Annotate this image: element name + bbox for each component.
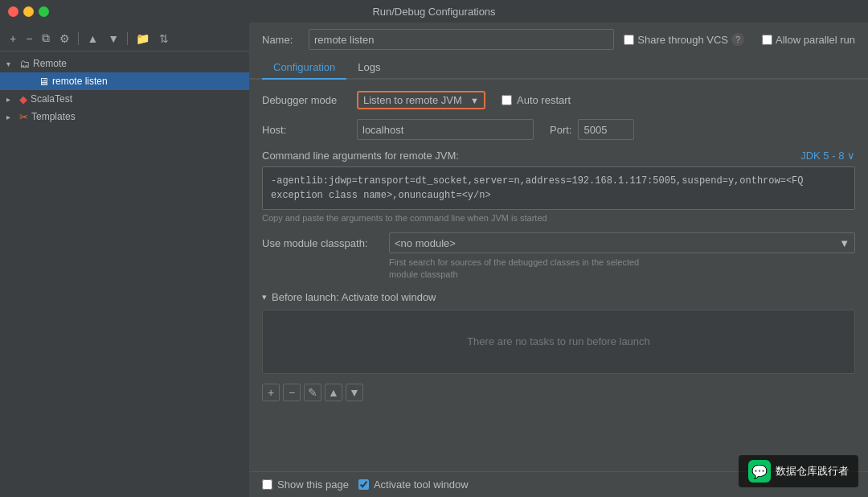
auto-restart-text: Auto restart (517, 94, 571, 106)
share-vcs-checkbox[interactable] (624, 35, 634, 45)
cmd-title: Command line arguments for remote JVM: (262, 150, 459, 162)
no-tasks-text: There are no tasks to run before launch (467, 335, 650, 347)
auto-restart-label[interactable]: Auto restart (502, 94, 571, 106)
sidebar: + − ⧉ ⚙ ▲ ▼ 📁 ⇅ ▾ 🗂 Remote ▸ 🖥 remote li… (0, 23, 249, 497)
tree-item-remote[interactable]: ▾ 🗂 Remote (0, 55, 249, 72)
remote-listen-icon: 🖥 (39, 76, 49, 88)
titlebar: Run/Debug Configurations (0, 0, 868, 23)
toolbar-divider (78, 32, 79, 45)
tree-label-remote-listen: remote listen (52, 76, 108, 87)
right-panel: Name: Share through VCS ? Allow parallel… (249, 23, 868, 497)
debugger-mode-row: Debugger mode Listen to remote JVM ▼ Aut… (262, 91, 855, 109)
cmd-section: Command line arguments for remote JVM: J… (262, 150, 855, 223)
tree-arrow-templates: ▸ (6, 113, 16, 121)
debugger-mode-value: Listen to remote JVM (363, 94, 462, 106)
launch-up-button[interactable]: ▲ (325, 384, 342, 401)
templates-icon: ✂ (19, 111, 28, 123)
tab-configuration[interactable]: Configuration (262, 56, 346, 80)
down-config-button[interactable]: ▼ (104, 31, 122, 47)
port-input[interactable] (578, 119, 634, 140)
debugger-dropdown-arrow: ▼ (470, 96, 479, 105)
allow-parallel-text: Allow parallel run (776, 34, 855, 46)
port-label: Port: (550, 124, 571, 136)
module-classpath-dropdown[interactable]: <no module> ▼ (389, 232, 855, 253)
watermark-icon: 💬 (748, 460, 771, 483)
cmd-hint: Copy and paste the arguments to the comm… (262, 213, 855, 223)
tree-label-templates: Templates (31, 111, 76, 122)
jdk-link[interactable]: JDK 5 - 8 ∨ (800, 150, 855, 162)
host-input[interactable] (357, 119, 534, 140)
show-page-checkbox[interactable] (262, 479, 272, 490)
tree-label-scalatest: ScalaTest (31, 93, 72, 105)
remote-folder-icon: 🗂 (19, 58, 30, 70)
share-vcs-help-icon: ? (731, 33, 744, 46)
add-config-button[interactable]: + (6, 31, 19, 47)
cmd-box[interactable]: -agentlib:jdwp=transport=dt_socket,serve… (262, 166, 855, 210)
remove-config-button[interactable]: − (23, 31, 35, 47)
tree-item-remote-listen[interactable]: ▸ 🖥 remote listen (0, 72, 249, 90)
auto-restart-checkbox[interactable] (502, 95, 512, 105)
settings-config-button[interactable]: ⚙ (56, 31, 73, 47)
module-classpath-hint: First search for sources of the debugged… (389, 257, 855, 281)
sort-config-button[interactable]: ⇅ (156, 31, 172, 47)
activate-tool-checkbox[interactable] (358, 479, 369, 490)
config-content: Debugger mode Listen to remote JVM ▼ Aut… (249, 80, 868, 471)
launch-remove-button[interactable]: − (283, 384, 301, 401)
toolbar-divider2 (127, 32, 128, 45)
watermark-text: 数据仓库践行者 (776, 464, 849, 479)
folder-config-button[interactable]: 📁 (133, 31, 153, 47)
name-label: Name: (262, 34, 302, 46)
before-launch-header: ▾ Before launch: Activate tool window (262, 291, 855, 303)
copy-config-button[interactable]: ⧉ (39, 30, 53, 47)
tree-arrow-scalatest: ▸ (6, 95, 16, 104)
before-launch-arrow[interactable]: ▾ (262, 292, 267, 302)
scalatest-icon: ◆ (19, 93, 27, 105)
window-controls (8, 6, 49, 17)
name-row: Name: Share through VCS ? Allow parallel… (249, 23, 868, 56)
jdk-arrow: ∨ (847, 150, 855, 162)
main-container: + − ⧉ ⚙ ▲ ▼ 📁 ⇅ ▾ 🗂 Remote ▸ 🖥 remote li… (0, 23, 868, 497)
before-launch-section: ▾ Before launch: Activate tool window Th… (262, 291, 855, 406)
launch-edit-button[interactable]: ✎ (304, 384, 321, 401)
module-classpath-label: Use module classpath: (262, 237, 383, 249)
up-config-button[interactable]: ▲ (84, 31, 101, 47)
config-tree: ▾ 🗂 Remote ▸ 🖥 remote listen ▸ ◆ ScalaTe… (0, 51, 249, 494)
activate-tool-label[interactable]: Activate tool window (358, 479, 469, 491)
activate-tool-text: Activate tool window (374, 479, 469, 491)
debugger-mode-label: Debugger mode (262, 94, 350, 106)
minimize-button[interactable] (23, 6, 34, 17)
before-launch-label: Before launch: Activate tool window (272, 291, 436, 303)
sidebar-toolbar: + − ⧉ ⚙ ▲ ▼ 📁 ⇅ (0, 26, 249, 51)
watermark-emoji: 💬 (751, 464, 768, 479)
share-vcs-text: Share through VCS (637, 34, 728, 46)
maximize-button[interactable] (39, 6, 49, 17)
show-page-text: Show this page (277, 479, 349, 491)
host-port-row: Host: Port: (262, 119, 855, 140)
share-vcs-label[interactable]: Share through VCS ? (624, 33, 744, 46)
watermark: 💬 数据仓库践行者 (739, 455, 858, 487)
close-button[interactable] (8, 6, 18, 17)
cmd-header: Command line arguments for remote JVM: J… (262, 150, 855, 162)
tree-item-scalatest[interactable]: ▸ ◆ ScalaTest (0, 90, 249, 108)
launch-down-button[interactable]: ▼ (346, 384, 363, 401)
launch-add-button[interactable]: + (262, 384, 280, 401)
allow-parallel-label[interactable]: Allow parallel run (762, 34, 855, 46)
launch-empty-box: There are no tasks to run before launch (262, 310, 855, 374)
tab-logs[interactable]: Logs (346, 56, 391, 80)
module-dropdown-arrow: ▼ (839, 237, 850, 249)
tabs-bar: Configuration Logs (249, 56, 868, 80)
allow-parallel-checkbox[interactable] (762, 35, 772, 45)
name-input[interactable] (309, 29, 614, 50)
module-classpath-value: <no module> (395, 237, 456, 249)
show-page-label[interactable]: Show this page (262, 479, 349, 491)
launch-toolbar: + − ✎ ▲ ▼ (262, 379, 855, 406)
window-title: Run/Debug Configurations (372, 6, 495, 18)
tree-arrow-remote: ▾ (6, 60, 16, 68)
share-vcs-area: Share through VCS ? Allow parallel run (624, 33, 855, 46)
module-classpath-row: Use module classpath: <no module> ▼ (262, 232, 855, 253)
tree-item-templates[interactable]: ▸ ✂ Templates (0, 108, 249, 125)
host-label: Host: (262, 124, 350, 136)
debugger-mode-dropdown[interactable]: Listen to remote JVM ▼ (357, 91, 485, 109)
tree-label-remote: Remote (33, 58, 67, 69)
